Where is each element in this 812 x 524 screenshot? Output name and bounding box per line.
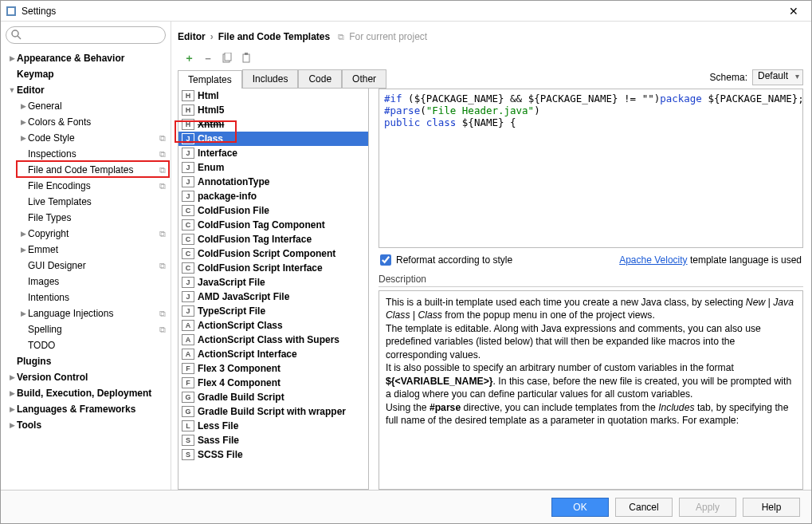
sidebar-item-code-style[interactable]: ▶Code Style⧉ <box>1 130 171 146</box>
template-item-label: Flex 3 Component <box>198 363 280 374</box>
scope-indicator-icon: ⧉ <box>159 165 166 175</box>
template-item-coldfusion-tag-interface[interactable]: CColdFusion Tag Interface <box>178 232 368 246</box>
sidebar-item-emmet[interactable]: ▶Emmet <box>1 242 171 258</box>
template-item-label: Flex 4 Component <box>198 377 280 388</box>
template-item-interface[interactable]: JInterface <box>178 146 368 160</box>
file-type-icon: A <box>182 320 194 331</box>
sidebar-item-tools[interactable]: ▶Tools <box>1 417 171 433</box>
template-item-label: Sass File <box>198 435 239 446</box>
tab-other[interactable]: Other <box>342 69 386 88</box>
tree-item-label: Code Style <box>28 132 75 144</box>
template-item-enum[interactable]: JEnum <box>178 160 368 175</box>
template-item-gradle-build-script-with-wrapper[interactable]: GGradle Build Script with wrapper <box>178 404 368 419</box>
template-item-gradle-build-script[interactable]: GGradle Build Script <box>178 390 368 404</box>
template-item-label: ActionScript Class with Supers <box>198 334 339 345</box>
crumb-sep: › <box>210 31 214 42</box>
sidebar-item-appearance-behavior[interactable]: ▶Appearance & Behavior <box>1 50 171 66</box>
sidebar-item-gui-designer[interactable]: GUI Designer⧉ <box>1 258 171 274</box>
file-type-icon: J <box>182 291 194 302</box>
template-item-label: ColdFusion Tag Component <box>198 219 325 230</box>
template-item-label: ColdFusion Script Component <box>198 248 335 259</box>
file-type-icon: C <box>182 219 194 230</box>
template-item-javascript-file[interactable]: JJavaScript File <box>178 275 368 290</box>
template-item-flex-4-component[interactable]: FFlex 4 Component <box>178 376 368 390</box>
sidebar-item-general[interactable]: ▶General <box>1 98 171 114</box>
file-type-icon: S <box>182 435 194 446</box>
template-item-coldfusion-tag-component[interactable]: CColdFusion Tag Component <box>178 218 368 232</box>
velocity-link[interactable]: Apache Velocity <box>619 254 687 266</box>
chevron-icon: ▶ <box>7 389 17 397</box>
file-type-icon: A <box>182 334 194 345</box>
template-item-actionscript-class-with-supers[interactable]: AActionScript Class with Supers <box>178 333 368 347</box>
remove-template-button[interactable]: − <box>202 52 214 65</box>
sidebar-item-inspections[interactable]: Inspections⧉ <box>1 146 171 162</box>
ok-button[interactable]: OK <box>551 498 609 517</box>
sidebar-item-live-templates[interactable]: Live Templates <box>1 194 171 210</box>
file-type-icon: F <box>182 363 194 374</box>
sidebar-item-colors-fonts[interactable]: ▶Colors & Fonts <box>1 114 171 130</box>
file-type-icon: H <box>182 104 194 116</box>
template-item-package-info[interactable]: Jpackage-info <box>178 189 368 203</box>
velocity-note: Apache Velocity template language is use… <box>619 254 802 266</box>
sidebar-item-language-injections[interactable]: ▶Language Injections⧉ <box>1 305 171 321</box>
template-item-label: Html <box>198 90 219 101</box>
template-list[interactable]: HHtmlHHtml5HXhtmlJClassJInterfaceJEnumJA… <box>178 89 369 490</box>
template-item-label: ColdFusion File <box>198 205 269 216</box>
template-item-scss-file[interactable]: SSCSS File <box>178 447 368 462</box>
help-button[interactable]: Help <box>743 498 800 517</box>
file-type-icon: C <box>182 248 194 259</box>
template-item-typescript-file[interactable]: JTypeScript File <box>178 304 368 318</box>
template-item-flex-3-component[interactable]: FFlex 3 Component <box>178 361 368 376</box>
schema-dropdown[interactable]: Default <box>752 69 803 85</box>
tab-templates[interactable]: Templates <box>178 70 242 89</box>
sidebar-item-spelling[interactable]: Spelling⧉ <box>1 321 171 337</box>
template-item-annotationtype[interactable]: JAnnotationType <box>178 175 368 189</box>
template-item-coldfusion-script-component[interactable]: CColdFusion Script Component <box>178 246 368 261</box>
cancel-button[interactable]: Cancel <box>615 498 673 517</box>
sidebar-item-copyright[interactable]: ▶Copyright⧉ <box>1 226 171 242</box>
app-icon <box>6 6 17 17</box>
template-item-actionscript-interface[interactable]: AActionScript Interface <box>178 347 368 361</box>
sidebar-item-intentions[interactable]: Intentions <box>1 290 171 305</box>
sidebar-item-build-execution-deployment[interactable]: ▶Build, Execution, Deployment <box>1 385 171 401</box>
copy-template-button[interactable] <box>221 52 233 65</box>
sidebar-item-keymap[interactable]: Keymap <box>1 66 171 82</box>
file-type-icon: J <box>182 176 194 187</box>
template-item-coldfusion-file[interactable]: CColdFusion File <box>178 203 368 218</box>
sidebar-item-editor[interactable]: ▼Editor <box>1 82 171 98</box>
reset-template-button[interactable] <box>240 52 253 65</box>
sidebar-item-languages-frameworks[interactable]: ▶Languages & Frameworks <box>1 401 171 417</box>
template-item-amd-javascript-file[interactable]: JAMD JavaScript File <box>178 290 368 304</box>
svg-rect-4 <box>225 53 231 61</box>
sidebar-item-plugins[interactable]: Plugins <box>1 353 171 369</box>
template-item-html5[interactable]: HHtml5 <box>178 103 368 117</box>
tab-code[interactable]: Code <box>298 69 342 88</box>
sidebar-item-images[interactable]: Images <box>1 274 171 290</box>
settings-tree[interactable]: ▶Appearance & BehaviorKeymap▼Editor▶Gene… <box>1 49 171 490</box>
search-input[interactable] <box>6 26 166 44</box>
template-item-sass-file[interactable]: SSass File <box>178 433 368 447</box>
sidebar-item-file-and-code-templates[interactable]: File and Code Templates⧉ <box>1 162 171 178</box>
tab-includes[interactable]: Includes <box>242 69 299 88</box>
close-button[interactable]: ✕ <box>781 2 806 20</box>
template-code-editor[interactable]: #if (${PACKAGE_NAME} && ${PACKAGE_NAME} … <box>379 89 803 248</box>
search-icon <box>10 29 22 40</box>
breadcrumb: Editor › File and Code Templates ⧉ For c… <box>178 22 803 45</box>
template-item-less-file[interactable]: LLess File <box>178 419 368 433</box>
template-item-xhtml[interactable]: HXhtml <box>178 117 368 132</box>
template-item-actionscript-class[interactable]: AActionScript Class <box>178 318 368 333</box>
template-item-html[interactable]: HHtml <box>178 89 368 103</box>
add-template-button[interactable]: ＋ <box>182 52 195 65</box>
tree-item-label: Editor <box>17 85 45 96</box>
apply-button[interactable]: Apply <box>679 498 736 517</box>
svg-line-2 <box>18 36 21 39</box>
reformat-checkbox[interactable] <box>380 254 391 266</box>
template-item-coldfusion-script-interface[interactable]: CColdFusion Script Interface <box>178 261 368 275</box>
crumb-editor: Editor <box>178 31 206 42</box>
sidebar-item-file-types[interactable]: File Types <box>1 210 171 226</box>
sidebar-item-todo[interactable]: TODO <box>1 337 171 353</box>
sidebar-item-file-encodings[interactable]: File Encodings⧉ <box>1 178 171 194</box>
sidebar-item-version-control[interactable]: ▶Version Control <box>1 369 171 385</box>
chevron-icon: ▶ <box>18 309 28 317</box>
template-item-class[interactable]: JClass <box>178 132 368 146</box>
